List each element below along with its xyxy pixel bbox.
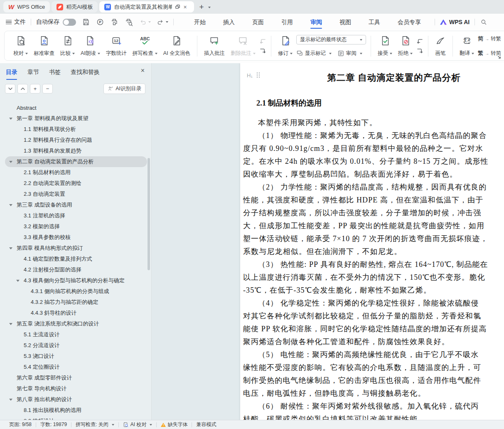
menu-tab[interactable]: 开始 <box>185 14 214 30</box>
undo-group[interactable] <box>139 18 151 26</box>
toc-item[interactable]: 4.1 确定型腔数量及排列方式 <box>5 254 147 264</box>
toc-item[interactable]: 第四章 模具结构形式的拟订 <box>5 243 147 254</box>
toc-item[interactable]: 1.1 塑料模具现状分析 <box>5 124 147 135</box>
redo-group[interactable] <box>157 18 168 26</box>
menu-tab[interactable]: 页面 <box>243 14 273 30</box>
toc-item[interactable]: 5.1 主流道设计 <box>5 329 147 340</box>
search-icon[interactable] <box>480 18 487 26</box>
toc-item[interactable]: 4.4.3 斜导柱的设计 <box>5 308 147 318</box>
ink-brush-button[interactable]: 画笔 <box>432 33 449 59</box>
previous-comment-icon[interactable] <box>259 38 266 44</box>
toc-item[interactable]: 第一章 塑料模具的现状及展望 <box>5 113 147 124</box>
tab-document[interactable]: W 自动滴定装置及其检测单元设 × <box>99 1 194 12</box>
sidebar-tab[interactable]: 书签 <box>49 67 61 79</box>
toc-item[interactable]: 8.1 推出脱模机构的选用 <box>5 405 147 416</box>
print-preview-icon[interactable] <box>124 18 133 26</box>
export-pdf-icon[interactable]: P <box>96 18 104 26</box>
toc-item[interactable]: 第六章 成型零部件设计 <box>5 372 147 383</box>
toc-item[interactable]: 4.3.2 抽芯力与抽芯距的确定 <box>5 297 147 308</box>
ai-read-button[interactable]: AI朗读 <box>78 33 103 59</box>
toc-item[interactable]: 5.3 浇口设计 <box>5 351 147 362</box>
reject-change-button[interactable]: 拒绝 <box>395 33 415 59</box>
print-icon[interactable] <box>110 18 118 26</box>
toc-collapse-arrow-icon[interactable] <box>9 118 12 120</box>
collapse-all-button[interactable] <box>5 84 15 94</box>
spell-check-button[interactable]: ABC 拼写检查 <box>130 33 160 59</box>
show-markup-button[interactable]: 显示标记 <box>296 50 332 57</box>
word-count-button[interactable]: 12 字数统计 <box>103 33 130 59</box>
new-tab-button[interactable]: + <box>199 2 204 12</box>
sidebar-tab[interactable]: 章节 <box>27 67 39 79</box>
standard-review-button[interactable]: 标准审查 <box>31 33 57 59</box>
close-tab-icon[interactable]: × <box>183 4 187 10</box>
sidebar-tab[interactable]: 查找和替换 <box>71 67 100 79</box>
zoom-in-outline-button[interactable]: + <box>30 84 40 94</box>
toc-collapse-arrow-icon[interactable] <box>9 204 12 206</box>
toc-collapse-arrow-icon[interactable] <box>9 161 12 163</box>
autosave-control[interactable]: 自动保存 <box>36 18 76 26</box>
insert-comment-button[interactable]: 插入批注 <box>201 33 228 59</box>
toc-item[interactable]: 5.4 定位圈设计 <box>5 362 147 372</box>
toc-item[interactable]: 第五章 浇注系统形式和浇口的设计 <box>5 318 147 329</box>
toc-collapse-arrow-icon[interactable] <box>9 399 12 401</box>
ai-proofread-status[interactable]: AI 校对 <box>119 421 157 428</box>
toc-item[interactable]: 4.3.1 侧向抽芯机构的分类与组成 <box>5 286 147 297</box>
toc-item[interactable]: 1.2 塑料模具行业存在的问题 <box>5 135 147 145</box>
menu-tab[interactable]: 引用 <box>273 14 302 30</box>
toc-item[interactable]: 8.2 推杆设计 <box>5 416 147 420</box>
toc-item[interactable]: 1.3 塑料模具的发展趋势 <box>5 145 147 156</box>
sidebar-scrollbar[interactable] <box>148 158 150 270</box>
missing-font-warning[interactable]: 缺失字体 <box>157 421 192 428</box>
toc-item[interactable]: 2.1 制品材料的选用 <box>5 167 147 178</box>
toc-item[interactable]: 2.2 自动滴定装置的测绘 <box>5 178 147 189</box>
sidebar-tab[interactable]: 目录 <box>6 67 17 79</box>
toc-item[interactable]: 4.3 模具侧向分型与抽芯机构的分析与确定 <box>5 275 147 286</box>
menu-tab[interactable]: 视图 <box>331 14 360 30</box>
redo-icon[interactable] <box>157 18 164 26</box>
tab-docer-templates[interactable]: 稻壳AI模板 <box>52 1 98 12</box>
wps-ai-button[interactable]: WPS AI <box>440 19 470 25</box>
sidebar-close-icon[interactable]: × <box>141 67 145 74</box>
toc-collapse-arrow-icon[interactable] <box>9 247 12 249</box>
compatibility-mode-badge[interactable]: 兼容模式 <box>192 421 220 428</box>
toc-collapse-arrow-icon[interactable] <box>16 280 20 282</box>
autosave-toggle[interactable] <box>63 19 76 26</box>
menu-tab[interactable]: 审阅 <box>302 14 331 30</box>
markup-state-select[interactable]: 显示标记的最终状态 <box>296 35 366 44</box>
spellcheck-status[interactable]: 拼写检查: 关闭 <box>71 421 118 428</box>
toc-item[interactable]: Abstract <box>5 102 147 113</box>
file-menu-button[interactable]: 文件 <box>6 18 26 26</box>
tab-wps-office[interactable]: W WPS Office <box>3 1 50 12</box>
review-pane-button[interactable]: 审阅 <box>337 50 362 57</box>
toc-item[interactable]: 3.3 模具参数的校核 <box>5 232 147 243</box>
toc-item[interactable]: 4.2 注射模分型面的选择 <box>5 264 147 275</box>
next-comment-icon[interactable] <box>259 48 266 54</box>
toc-item[interactable]: 第三章 成型设备的选用 <box>5 200 147 210</box>
menu-tab[interactable]: 工具 <box>360 14 389 30</box>
toc-item[interactable]: 3.1 注塑机的选择 <box>5 210 147 221</box>
save-icon[interactable] <box>82 18 90 26</box>
ai-recognize-toc-button[interactable]: AI识别目录 <box>103 84 145 94</box>
redo-chevron-icon[interactable] <box>166 21 168 23</box>
expand-all-button[interactable] <box>17 84 28 94</box>
compare-button[interactable]: 比较 <box>57 33 78 59</box>
toc-collapse-arrow-icon[interactable] <box>9 323 12 325</box>
document-page[interactable]: H₁ 第二章 自动滴定装置的产品分析 2.1 制品材料的选用 本塑件采用聚丙烯，… <box>240 63 504 420</box>
menu-tab[interactable]: 插入 <box>214 14 243 30</box>
group-expand-icon[interactable] <box>497 55 501 59</box>
accept-change-button[interactable]: 接受 <box>375 33 395 59</box>
previous-change-icon[interactable] <box>416 38 423 44</box>
tab-list-chevron-icon[interactable] <box>208 7 211 8</box>
page-indicator[interactable]: 页面: 9/58 <box>5 421 36 428</box>
proof-button[interactable]: 校对 <box>10 33 31 59</box>
toc-item[interactable]: 2.3 自动滴定装置 <box>5 189 147 200</box>
delete-comment-button[interactable]: 删除批注 <box>228 33 258 59</box>
to-traditional-button[interactable]: 简→ 转繁 <box>478 35 501 42</box>
translate-button[interactable]: A文 翻译 <box>457 33 477 59</box>
window-stack-icon[interactable] <box>175 4 180 10</box>
word-count-indicator[interactable]: 字数: 19879 <box>36 421 71 428</box>
toc-item[interactable]: 第八章 推出机构的设计 <box>5 394 147 405</box>
next-change-icon[interactable] <box>416 48 423 54</box>
toc-item[interactable]: 第七章 导向机构设计 <box>5 383 147 394</box>
track-changes-button[interactable]: 修订 <box>275 33 295 59</box>
